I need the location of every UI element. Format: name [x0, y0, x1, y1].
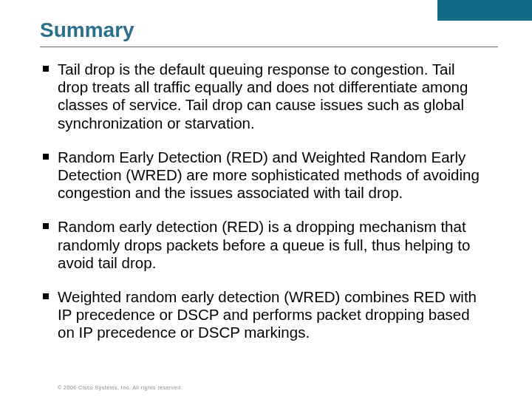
slide-title: Summary: [40, 18, 502, 42]
title-underline: [40, 47, 498, 47]
brand-accent-bar: [437, 0, 532, 21]
list-item: Weighted random early detection (WRED) c…: [40, 288, 480, 342]
bullet-list: Tail drop is the default queuing respons…: [40, 61, 480, 341]
list-item: Tail drop is the default queuing respons…: [40, 61, 480, 132]
list-item: Random early detection (RED) is a droppi…: [40, 218, 480, 272]
copyright-footer: © 2006 Cisco Systems, Inc. All rights re…: [58, 385, 183, 390]
list-item: Random Early Detection (RED) and Weighte…: [40, 149, 480, 202]
slide-content: Summary Tail drop is the default queuing…: [40, 18, 502, 358]
